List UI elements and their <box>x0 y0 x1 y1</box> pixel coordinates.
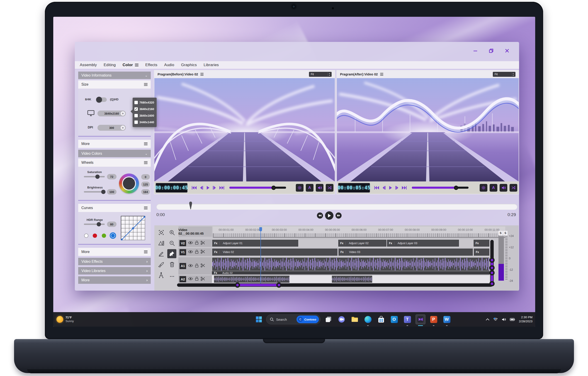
eye-icon[interactable] <box>188 241 193 245</box>
hamburger-icon[interactable] <box>380 73 383 76</box>
color-wheel[interactable] <box>119 174 139 193</box>
video-frame-after[interactable] <box>337 78 519 181</box>
solo-button-left[interactable]: S <box>498 231 503 235</box>
scroll-handle-left[interactable] <box>235 282 240 288</box>
video-frame-before[interactable] <box>154 78 335 181</box>
audio-clip-a2-1[interactable] <box>214 275 290 283</box>
pencil-tool[interactable] <box>156 249 167 259</box>
hdr-range-knob[interactable] <box>97 222 101 227</box>
track-name[interactable]: V2 <box>180 240 186 246</box>
menu-effects[interactable]: Effects <box>145 63 157 67</box>
section-video-informations[interactable]: Video Informations ⌄ <box>78 72 151 79</box>
clip-video-03[interactable]: FxVideo 03 <box>338 248 473 256</box>
track-a1-waveform-clip[interactable] <box>212 257 490 271</box>
section-more-bottom[interactable]: More › <box>78 276 151 284</box>
track-name[interactable]: V1 <box>180 249 186 255</box>
video-editor-app-button[interactable] <box>416 314 426 324</box>
scissors-icon[interactable] <box>201 277 205 282</box>
fast-forward-button[interactable] <box>335 212 342 219</box>
resolution-option[interactable]: 3840x1600 <box>134 112 155 119</box>
powerpoint-button[interactable]: P <box>429 314 439 324</box>
checkbox[interactable] <box>134 101 138 104</box>
zoom-in-tool[interactable] <box>167 227 178 238</box>
settings-button[interactable] <box>480 184 487 192</box>
measure-tool[interactable] <box>156 238 167 249</box>
auto-button[interactable]: A <box>306 184 313 192</box>
curve-grid[interactable] <box>121 216 145 240</box>
menu-assembly[interactable]: Assembly <box>80 63 97 67</box>
step-forward-button[interactable] <box>395 186 399 190</box>
timeline-ruler[interactable]: 00:00:01:0000:00:02:0000:00:03:0000:00:0… <box>213 227 505 233</box>
resolution-option[interactable]: 3440x1440 <box>134 119 155 125</box>
section-more-mid[interactable]: More <box>78 248 151 256</box>
timeline-vertical-scrollbar[interactable] <box>490 240 494 284</box>
menu-graphics[interactable]: Graphics <box>181 63 197 67</box>
timeline-horizontal-scrollbar[interactable] <box>177 283 492 287</box>
resolution-option[interactable]: ✓3840x2160 <box>134 106 155 112</box>
clip-adjust-layer-01[interactable]: FxAdjust Layer 01 <box>212 240 299 247</box>
checkbox[interactable] <box>134 114 138 117</box>
solo-button-right[interactable]: S <box>503 231 508 235</box>
resolution-expand-button[interactable]: + <box>121 111 125 116</box>
toggle-knob[interactable] <box>96 97 102 103</box>
scroll-handle[interactable] <box>489 281 495 286</box>
audio-clip-label-strip[interactable]: Fx Audio 02 <box>212 271 490 274</box>
section-video-colors[interactable]: Video Colors ⌄ <box>78 150 151 157</box>
track-name[interactable]: A1 <box>180 263 186 269</box>
channel-green-dot[interactable] <box>102 233 106 238</box>
spinner-arrows-icon[interactable]: ▴▾ <box>327 72 330 76</box>
scroll-handle[interactable] <box>489 270 495 275</box>
compass-tool[interactable] <box>156 270 167 281</box>
checkbox[interactable] <box>134 121 138 124</box>
scroll-handle[interactable] <box>489 265 495 271</box>
scrubber-playhead[interactable] <box>189 201 193 210</box>
close-button[interactable] <box>504 48 510 54</box>
stream-button[interactable] <box>510 184 517 192</box>
section-video-libraries[interactable]: Video Libraries › <box>78 267 151 274</box>
step-back-button[interactable] <box>200 186 203 190</box>
step-back-button[interactable] <box>382 186 386 190</box>
weather-widget[interactable]: 71°F Sunny <box>56 316 74 323</box>
section-video-effects[interactable]: Video Effects › <box>78 258 151 265</box>
volume-button[interactable] <box>316 184 323 192</box>
outlook-button[interactable]: O <box>389 314 399 324</box>
more-tools-button[interactable]: … <box>167 270 178 281</box>
fit-dropdown[interactable]: Fit ▴▾ <box>493 72 515 77</box>
settings-button[interactable] <box>296 184 303 192</box>
word-button[interactable]: W <box>442 314 452 324</box>
eye-icon[interactable] <box>188 277 193 281</box>
menu-editing[interactable]: Editing <box>104 63 116 67</box>
task-view-button[interactable] <box>323 314 333 324</box>
brightness-knob[interactable] <box>101 190 106 194</box>
resolution-option[interactable]: 7680x4320 <box>134 99 155 106</box>
preview-progress-slider[interactable] <box>229 187 286 189</box>
menu-color[interactable]: Color <box>123 63 139 67</box>
clip-fx-tail[interactable]: Fx <box>473 240 490 247</box>
lock-icon[interactable] <box>195 263 199 269</box>
skip-end-button[interactable] <box>402 186 407 190</box>
section-more-top[interactable]: More <box>78 140 151 148</box>
edge-button[interactable] <box>363 314 373 324</box>
store-button[interactable] <box>376 314 386 324</box>
scissors-icon[interactable] <box>201 263 205 268</box>
wifi-security-icon[interactable] <box>493 317 498 321</box>
dpi-expand-button[interactable]: + <box>121 125 125 130</box>
clip-video-02[interactable]: FxVideo 02 <box>212 248 338 256</box>
section-size-header[interactable]: Size <box>78 80 151 89</box>
stream-button[interactable] <box>326 184 333 192</box>
progress-knob[interactable] <box>272 186 276 190</box>
skip-end-button[interactable] <box>219 186 225 190</box>
battery-icon[interactable] <box>510 318 515 321</box>
scissors-icon[interactable] <box>201 241 205 246</box>
track-target-tool[interactable] <box>156 227 167 238</box>
contoso-badge[interactable]: C Contoso <box>297 315 319 323</box>
step-forward-button[interactable] <box>213 186 216 190</box>
resolution-input[interactable]: 3840x2160 + <box>97 111 126 116</box>
eye-icon[interactable] <box>188 264 193 268</box>
spinner-arrows-icon[interactable]: ▴▾ <box>511 72 514 76</box>
skip-start-button[interactable] <box>374 186 379 190</box>
volume-button[interactable] <box>500 184 507 192</box>
section-wheels-header[interactable]: Wheels <box>78 158 151 167</box>
timeline-clip-header[interactable]: Video 02__00:00:00:45 <box>178 227 212 237</box>
rewind-button[interactable] <box>317 212 323 219</box>
